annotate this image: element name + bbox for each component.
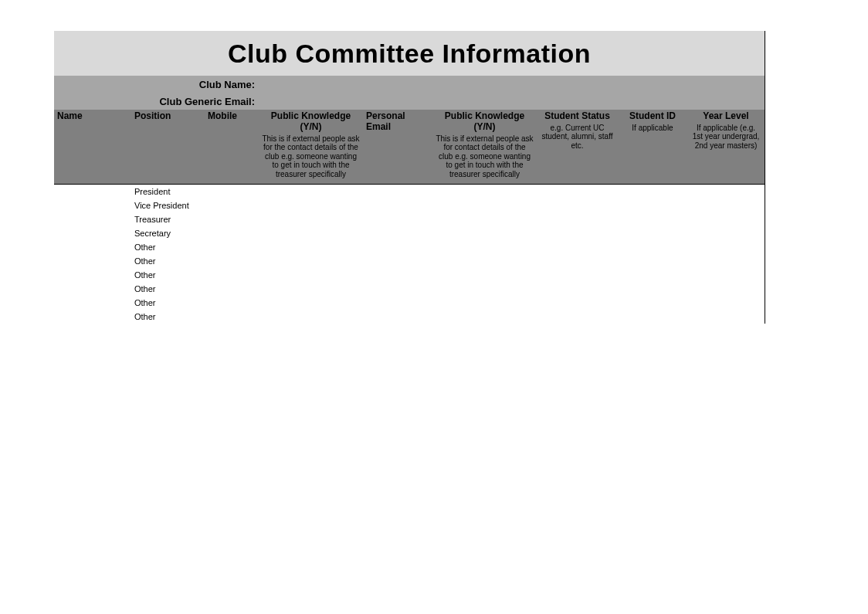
table-row: Other: [54, 296, 765, 310]
club-email-label: Club Generic Email:: [54, 96, 258, 107]
cell-position[interactable]: Other: [131, 284, 205, 293]
header-year-level: Year Level If applicable (e.g. 1st year …: [687, 110, 765, 184]
cell-position[interactable]: Treasurer: [131, 215, 205, 224]
header-pk2-sub: This is if external people ask for conta…: [436, 133, 534, 179]
table-row: Other: [54, 310, 765, 324]
header-public-knowledge-1: Public Knowledge (Y/N) This is if extern…: [259, 110, 363, 184]
table-row: Vice President: [54, 198, 765, 212]
header-year-sub: If applicable (e.g. 1st year undergrad, …: [690, 122, 761, 151]
club-name-label: Club Name:: [54, 79, 258, 90]
table-row: Treasurer: [54, 212, 765, 226]
page-title: Club Committee Information: [228, 39, 591, 69]
table-row: President: [54, 185, 765, 198]
header-pk1-sub: This is if external people ask for the c…: [262, 133, 360, 179]
table-row: Secretary: [54, 226, 765, 240]
table-row: Other: [54, 254, 765, 268]
header-mobile: Mobile: [205, 110, 259, 184]
cell-position[interactable]: Vice President: [131, 201, 205, 210]
header-pk1-text: Public Knowledge (Y/N): [262, 111, 360, 133]
header-email-text: Personal Email: [366, 111, 429, 133]
header-name: Name: [54, 110, 131, 184]
cell-position[interactable]: Other: [131, 256, 205, 266]
header-name-text: Name: [57, 111, 128, 122]
header-sid-text: Student ID: [621, 111, 684, 122]
header-sid-sub: If applicable: [621, 122, 684, 133]
header-public-knowledge-2: Public Knowledge (Y/N) This is if extern…: [432, 110, 537, 184]
cell-position[interactable]: Other: [131, 270, 205, 280]
data-rows: PresidentVice PresidentTreasurerSecretar…: [54, 185, 765, 324]
spreadsheet-area: Club Committee Information Club Name: Cl…: [54, 31, 765, 324]
club-name-row: Club Name:: [54, 76, 765, 93]
cell-position[interactable]: Secretary: [131, 229, 205, 238]
header-position-text: Position: [134, 111, 202, 122]
cell-position[interactable]: Other: [131, 298, 205, 307]
header-mobile-text: Mobile: [208, 111, 256, 122]
table-row: Other: [54, 282, 765, 296]
header-year-text: Year Level: [690, 111, 761, 122]
table-row: Other: [54, 240, 765, 254]
header-pk2-text: Public Knowledge (Y/N): [436, 111, 534, 133]
header-status-text: Student Status: [540, 111, 615, 122]
header-personal-email: Personal Email: [363, 110, 432, 184]
header-student-status: Student Status e.g. Current UC student, …: [537, 110, 618, 184]
title-row: Club Committee Information: [54, 31, 765, 76]
cell-position[interactable]: Other: [131, 243, 205, 252]
header-student-id: Student ID If applicable: [618, 110, 687, 184]
club-email-row: Club Generic Email:: [54, 93, 765, 110]
cell-position[interactable]: President: [131, 187, 205, 196]
cell-position[interactable]: Other: [131, 312, 205, 321]
club-info-section: Club Name: Club Generic Email:: [54, 76, 765, 110]
header-status-sub: e.g. Current UC student, alumni, staff e…: [540, 122, 615, 151]
column-headers: Name Position Mobile Public Knowledge (Y…: [54, 110, 765, 185]
table-row: Other: [54, 268, 765, 282]
header-position: Position: [131, 110, 205, 184]
